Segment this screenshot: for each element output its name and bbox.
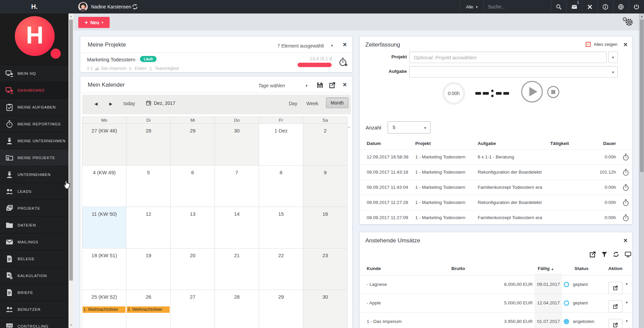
sidebar-item-controlling[interactable]: CONTROLLING	[0, 318, 68, 328]
calendar-day-cell[interactable]: 25 (KW 52) 1. Weihnachtsfeier	[82, 290, 127, 328]
neu-button[interactable]: + Neu ▾	[78, 17, 110, 28]
sidebar-item-kalkulation[interactable]: KALKULATION	[0, 267, 68, 284]
language-button[interactable]	[613, 0, 628, 13]
calendar-day-cell[interactable]: 20	[171, 248, 215, 290]
action-dropdown[interactable]: ▾	[626, 282, 628, 286]
projekt-input[interactable]	[410, 52, 606, 63]
export-icon[interactable]	[329, 82, 336, 89]
alles-zeigen-checkbox[interactable]: ✓	[586, 42, 591, 47]
project-name[interactable]: Marketing Todesstern	[87, 57, 135, 62]
avatar[interactable]	[78, 2, 88, 11]
stopwatch-icon[interactable]	[622, 199, 629, 206]
sidebar-item-mein-hq[interactable]: MEIN HQ	[0, 65, 68, 82]
calendar-day-cell[interactable]: 23	[303, 248, 347, 290]
close-button[interactable]	[582, 0, 597, 13]
sidebar-item-dateien[interactable]: DATEIEN	[0, 216, 68, 233]
sidebar-item-benutzer[interactable]: BENUTZER	[0, 301, 68, 318]
sidebar-scrollbar-thumb[interactable]	[69, 20, 73, 280]
calendar-day-cell[interactable]: 30	[215, 124, 259, 166]
calendar-day-cell[interactable]: 2	[303, 124, 347, 166]
search-scope-dropdown[interactable]: Alle ▾	[460, 0, 483, 13]
calendar-day-cell[interactable]: 27 (KW 48)	[82, 124, 127, 166]
action-export-button[interactable]	[608, 319, 622, 328]
logout-button[interactable]	[628, 0, 644, 13]
calendar-day-cell[interactable]: 7	[215, 166, 259, 207]
sidebar-item-leads[interactable]: LEADS	[0, 183, 68, 200]
refresh-icon[interactable]	[613, 251, 620, 258]
aufgabe-select[interactable]: ▾	[409, 66, 618, 78]
calendar-day-cell-today[interactable]: 11 (KW 50)	[82, 207, 127, 248]
sidebar-item-projekte[interactable]: PROJEKTE	[0, 200, 68, 216]
calendar-day-cell[interactable]: 5	[127, 166, 171, 207]
sidebar-item-mailings[interactable]: MAILINGS	[0, 233, 68, 250]
calendar-day-cell[interactable]: 1 Dez	[259, 124, 303, 166]
sidebar-item-meine-aufgaben[interactable]: MEINE AUFGABEN	[0, 98, 68, 115]
page-scrollbar[interactable]: ▲	[639, 13, 644, 328]
stopwatch-icon[interactable]	[622, 214, 629, 221]
save-icon[interactable]	[316, 82, 324, 89]
calendar-day-cell[interactable]: 13	[171, 207, 215, 248]
calendar-day-cell[interactable]: 29	[171, 124, 215, 166]
close-icon[interactable]: ×	[623, 41, 627, 48]
next-month-button[interactable]: ▶	[109, 101, 112, 106]
app-logo-small[interactable]: H.	[27, 0, 42, 13]
calendar-day-cell[interactable]: 26 2. Weihnachtsfeier	[127, 290, 171, 328]
anzahl-select[interactable]: 5 ▾	[388, 121, 430, 133]
calendar-day-cell[interactable]: 28	[215, 290, 259, 328]
calendar-day-cell[interactable]: 8	[259, 166, 303, 207]
search-input[interactable]	[488, 4, 545, 9]
scroll-down-icon[interactable]: ▼	[68, 324, 74, 327]
app-logo-large[interactable]: H	[0, 13, 68, 65]
dashboard-settings-button[interactable]	[622, 17, 634, 27]
calendar-day-cell[interactable]: 4 (KW 49)	[82, 166, 127, 207]
search-button[interactable]	[551, 0, 566, 13]
scroll-up-icon[interactable]: ▲	[639, 15, 644, 18]
calendar-day-cell[interactable]: 27	[171, 290, 215, 328]
calendar-day-cell[interactable]: 14	[215, 207, 259, 248]
sidebar-item-meine-reportings[interactable]: MEINE REPORTINGS	[0, 115, 68, 132]
calendar-day-cell[interactable]: 30	[303, 290, 347, 328]
sidebar-item-meine-unternehmen[interactable]: MEINE UNTERNEHMEN	[0, 132, 68, 149]
action-export-button[interactable]	[608, 300, 622, 312]
prev-month-button[interactable]: ◀	[94, 101, 97, 106]
view-day-button[interactable]: Day	[289, 101, 297, 106]
calendar-day-cell[interactable]: 28	[127, 124, 171, 166]
close-icon[interactable]: ×	[343, 41, 347, 48]
timer-play-button[interactable]	[521, 81, 543, 102]
calendar-day-cell[interactable]: 15	[259, 207, 303, 248]
close-icon[interactable]: ×	[623, 237, 627, 244]
action-dropdown[interactable]: ▾	[626, 319, 628, 323]
calendar-day-cell[interactable]: 12	[127, 207, 171, 248]
sidebar-item-briefe[interactable]: BRIEFE	[0, 284, 68, 301]
calendar-day-cell[interactable]: 19	[127, 248, 171, 290]
calendar-day-cell[interactable]: 22	[259, 248, 303, 290]
range-dropdown[interactable]: Tage wählen	[258, 83, 285, 88]
calendar-day-cell[interactable]: 29	[259, 290, 303, 328]
stopwatch-icon[interactable]	[622, 153, 629, 161]
sync-icon[interactable]	[132, 3, 138, 10]
calendar-day-cell[interactable]: 9	[303, 166, 347, 207]
projekt-dropdown-button[interactable]: ▾	[608, 52, 618, 63]
page-scrollbar-thumb[interactable]	[640, 20, 644, 172]
chevron-down-icon[interactable]: ▾	[306, 84, 308, 88]
calendar-day-cell[interactable]: 16	[303, 207, 347, 248]
view-week-button[interactable]: Week	[306, 101, 318, 106]
today-button[interactable]: today	[123, 101, 135, 106]
sidebar-item-unternehmen[interactable]: UNTERNEHMEN	[0, 166, 68, 183]
month-picker[interactable]: Dez, 2017	[146, 100, 175, 106]
calendar-day-cell[interactable]: 21	[215, 248, 259, 290]
sidebar-item-dashboard[interactable]: DASHBOARD	[0, 82, 68, 98]
sidebar-item-belege[interactable]: BELEGE	[0, 250, 68, 267]
monitor-icon[interactable]	[624, 251, 632, 258]
timer-stop-button[interactable]	[547, 86, 559, 98]
column-header-sorted[interactable]: Fällig ▲	[538, 266, 554, 271]
calendar-event[interactable]: 1. Weihnachtsfeier	[83, 306, 125, 313]
info-button[interactable]	[597, 0, 613, 13]
close-icon[interactable]: ×	[343, 81, 347, 88]
calendar-day-cell[interactable]: 18 (KW 51)	[82, 248, 127, 290]
sidebar-item-meine-projekte[interactable]: MEINE PROJEKTE	[0, 149, 68, 166]
stopwatch-plus-icon[interactable]	[339, 58, 348, 67]
filter-icon[interactable]	[601, 251, 608, 258]
mail-button[interactable]: 1	[566, 0, 582, 13]
calendar-day-cell[interactable]: 6	[171, 166, 215, 207]
